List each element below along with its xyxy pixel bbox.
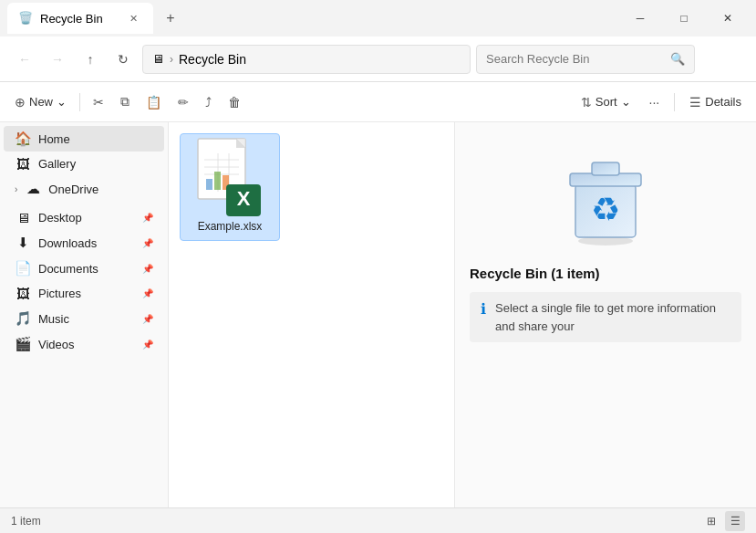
sidebar-item-home[interactable]: 🏠 Home — [4, 126, 164, 152]
files-panel: X Example.xlsx — [169, 122, 455, 507]
copy-button[interactable]: ⧉ — [113, 88, 137, 117]
file-icon-excel: X — [193, 141, 266, 214]
pictures-icon: 🖼 — [15, 286, 31, 301]
search-icon: 🔍 — [670, 52, 685, 66]
svg-rect-9 — [214, 172, 221, 190]
file-name-excel: Example.xlsx — [198, 220, 263, 233]
view-list-button[interactable]: ☰ — [725, 511, 745, 531]
sidebar-label-downloads: Downloads — [38, 236, 97, 250]
pin-downloads-icon: 📌 — [142, 238, 153, 248]
share-button[interactable]: ⤴ — [198, 88, 219, 117]
toolbar-right: ⇅ Sort ⌄ ··· ☰ Details — [574, 88, 749, 117]
documents-icon: 📄 — [15, 260, 31, 277]
onedrive-icon: ☁ — [25, 181, 41, 197]
gallery-icon: 🖼 — [15, 156, 31, 172]
cut-icon: ✂ — [93, 95, 104, 110]
music-icon: 🎵 — [15, 310, 31, 327]
active-tab[interactable]: 🗑️ Recycle Bin ✕ — [7, 3, 153, 34]
sidebar-label-pictures: Pictures — [38, 287, 81, 300]
recycle-bin-svg: ♻ — [564, 150, 647, 246]
paste-icon: 📋 — [146, 95, 161, 110]
rename-button[interactable]: ✏ — [171, 88, 196, 117]
details-label: Details — [705, 95, 741, 109]
rename-icon: ✏ — [178, 95, 189, 110]
toolbar-separator-2 — [674, 93, 675, 111]
new-tab-button[interactable]: + — [157, 5, 184, 32]
tab-icon: 🗑️ — [18, 11, 33, 26]
sort-arrow-icon: ⌄ — [621, 95, 631, 109]
search-input[interactable] — [486, 52, 665, 66]
info-icon: ℹ — [481, 300, 486, 318]
breadcrumb-separator: › — [170, 53, 173, 66]
sidebar-item-pictures[interactable]: 🖼 Pictures 📌 — [4, 281, 164, 306]
pin-desktop-icon: 📌 — [142, 213, 153, 223]
sidebar-label-home: Home — [38, 132, 70, 146]
paste-button[interactable]: 📋 — [139, 88, 169, 117]
svg-text:♻: ♻ — [591, 191, 620, 228]
pin-music-icon: 📌 — [142, 314, 153, 324]
new-button[interactable]: ⊕ New ⌄ — [7, 88, 74, 117]
sidebar-label-music: Music — [38, 312, 69, 326]
back-button[interactable]: ← — [11, 46, 38, 73]
sidebar-item-downloads[interactable]: ⬇ Downloads 📌 — [4, 230, 164, 256]
more-icon: ··· — [649, 95, 660, 110]
breadcrumb[interactable]: 🖥 › Recycle Bin — [142, 45, 471, 74]
info-text: Select a single file to get more informa… — [495, 299, 730, 335]
main-layout: 🏠 Home 🖼 Gallery › ☁ OneDrive 🖥 Desktop … — [0, 122, 756, 507]
tab-title: Recycle Bin — [40, 12, 117, 26]
expand-arrow-icon: › — [15, 184, 17, 194]
maximize-button[interactable]: □ — [663, 4, 705, 33]
sidebar-item-desktop[interactable]: 🖥 Desktop 📌 — [4, 205, 164, 230]
toolbar: ⊕ New ⌄ ✂ ⧉ 📋 ✏ ⤴ 🗑 ⇅ Sort ⌄ ··· ☰ Detai… — [0, 82, 756, 122]
home-icon: 🏠 — [15, 131, 31, 147]
sort-label: Sort — [595, 95, 617, 109]
sidebar-item-videos[interactable]: 🎬 Videos 📌 — [4, 331, 164, 357]
share-icon: ⤴ — [205, 95, 212, 110]
details-info-box: ℹ Select a single file to get more infor… — [470, 292, 741, 342]
sidebar-item-gallery[interactable]: 🖼 Gallery — [4, 152, 164, 176]
sidebar-label-onedrive: OneDrive — [48, 183, 98, 196]
sidebar-label-videos: Videos — [38, 338, 75, 351]
new-label: New — [29, 95, 53, 109]
toolbar-separator-1 — [79, 93, 80, 111]
recycle-bin-illustration: ♻ — [564, 150, 647, 246]
sidebar-item-onedrive[interactable]: › ☁ OneDrive — [4, 176, 164, 202]
address-bar: ← → ↑ ↻ 🖥 › Recycle Bin 🔍 — [0, 37, 756, 82]
sidebar-label-gallery: Gallery — [38, 157, 76, 171]
sidebar-item-documents[interactable]: 📄 Documents 📌 — [4, 256, 164, 281]
pin-videos-icon: 📌 — [142, 340, 153, 350]
window-controls: ─ □ ✕ — [619, 4, 749, 33]
details-icon: ☰ — [689, 95, 701, 110]
content-area: X Example.xlsx — [169, 122, 756, 507]
svg-rect-16 — [592, 162, 619, 175]
sidebar-item-music[interactable]: 🎵 Music 📌 — [4, 306, 164, 331]
sidebar-label-desktop: Desktop — [38, 211, 82, 225]
more-button[interactable]: ··· — [642, 88, 668, 117]
status-bar: 1 item ⊞ ☰ — [0, 507, 756, 533]
details-panel: ♻ Recycle Bin (1 item) ℹ — [455, 122, 756, 507]
new-icon: ⊕ — [15, 95, 26, 110]
title-bar: 🗑️ Recycle Bin ✕ + ─ □ ✕ — [0, 0, 756, 37]
search-box[interactable]: 🔍 — [476, 45, 695, 74]
forward-button[interactable]: → — [44, 46, 71, 73]
details-button[interactable]: ☰ Details — [682, 88, 749, 117]
pin-documents-icon: 📌 — [142, 264, 153, 274]
breadcrumb-location: Recycle Bin — [179, 52, 246, 67]
status-view-controls: ⊞ ☰ — [701, 511, 745, 531]
view-grid-button[interactable]: ⊞ — [701, 511, 721, 531]
details-title: Recycle Bin (1 item) — [470, 266, 600, 281]
sidebar-label-documents: Documents — [38, 262, 98, 276]
file-item-excel[interactable]: X Example.xlsx — [180, 133, 280, 241]
cut-button[interactable]: ✂ — [86, 88, 111, 117]
sidebar: 🏠 Home 🖼 Gallery › ☁ OneDrive 🖥 Desktop … — [0, 122, 169, 507]
up-button[interactable]: ↑ — [77, 46, 104, 73]
delete-button[interactable]: 🗑 — [221, 88, 248, 117]
refresh-button[interactable]: ↻ — [109, 46, 137, 73]
minimize-button[interactable]: ─ — [619, 4, 661, 33]
tab-close-button[interactable]: ✕ — [124, 9, 142, 27]
svg-text:X: X — [237, 187, 251, 210]
svg-rect-8 — [206, 179, 212, 190]
sort-button[interactable]: ⇅ Sort ⌄ — [574, 88, 638, 117]
downloads-icon: ⬇ — [15, 235, 31, 251]
close-button[interactable]: ✕ — [707, 4, 749, 33]
